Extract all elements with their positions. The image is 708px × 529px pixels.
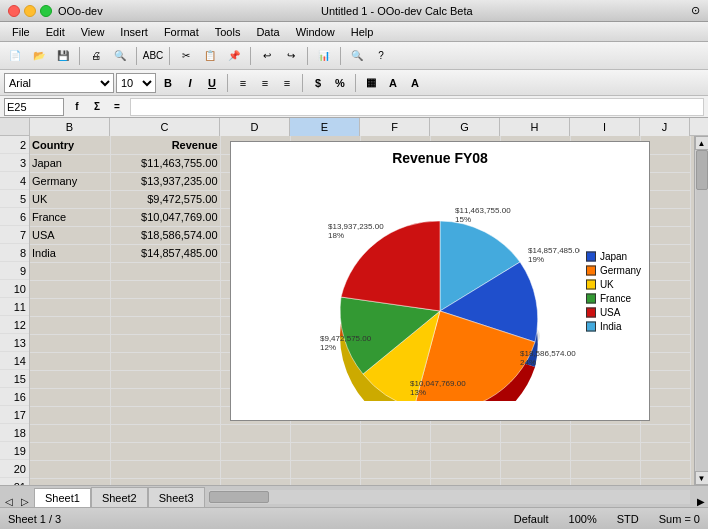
menu-file[interactable]: File bbox=[4, 24, 38, 40]
cell-c4[interactable]: $13,937,235.00 bbox=[110, 172, 220, 190]
col-header-e[interactable]: E bbox=[290, 118, 360, 136]
copy-button[interactable]: 📋 bbox=[199, 45, 221, 67]
col-header-c[interactable]: C bbox=[110, 118, 220, 136]
scroll-up-arrow[interactable]: ▲ bbox=[695, 136, 709, 150]
scroll-right-arrow[interactable]: ▶ bbox=[694, 496, 708, 507]
row-num-15[interactable]: 15 bbox=[0, 370, 29, 388]
preview-button[interactable]: 🔍 bbox=[109, 45, 131, 67]
vertical-scrollbar[interactable]: ▲ ▼ bbox=[694, 136, 708, 485]
formula-input[interactable] bbox=[130, 98, 704, 116]
new-button[interactable]: 📄 bbox=[4, 45, 26, 67]
row-num-20[interactable]: 20 bbox=[0, 460, 29, 478]
align-center-button[interactable]: ≡ bbox=[255, 73, 275, 93]
row-num-19[interactable]: 19 bbox=[0, 442, 29, 460]
cell-c8[interactable]: $14,857,485.00 bbox=[110, 244, 220, 262]
underline-button[interactable]: U bbox=[202, 73, 222, 93]
horizontal-scrollbar[interactable] bbox=[209, 490, 690, 504]
menu-help[interactable]: Help bbox=[343, 24, 382, 40]
spreadsheet-grid[interactable]: Revenue FY08 bbox=[30, 136, 694, 485]
scroll-sheets-left[interactable]: ◁ bbox=[2, 496, 16, 507]
row-num-17[interactable]: 17 bbox=[0, 406, 29, 424]
scroll-track[interactable] bbox=[696, 150, 708, 471]
row-num-5[interactable]: 5 bbox=[0, 190, 29, 208]
cell-c6[interactable]: $10,047,769.00 bbox=[110, 208, 220, 226]
close-button[interactable] bbox=[8, 5, 20, 17]
row-num-21[interactable]: 21 bbox=[0, 478, 29, 485]
row-num-3[interactable]: 3 bbox=[0, 154, 29, 172]
menu-tools[interactable]: Tools bbox=[207, 24, 249, 40]
chart-container[interactable]: Revenue FY08 bbox=[230, 141, 650, 421]
menu-edit[interactable]: Edit bbox=[38, 24, 73, 40]
redo-button[interactable]: ↪ bbox=[280, 45, 302, 67]
open-button[interactable]: 📂 bbox=[28, 45, 50, 67]
help-button[interactable]: ? bbox=[370, 45, 392, 67]
table-row[interactable] bbox=[30, 442, 690, 460]
row-num-13[interactable]: 13 bbox=[0, 334, 29, 352]
row-num-18[interactable]: 18 bbox=[0, 424, 29, 442]
table-row[interactable] bbox=[30, 478, 690, 485]
row-num-6[interactable]: 6 bbox=[0, 208, 29, 226]
bg-color-button[interactable]: A bbox=[383, 73, 403, 93]
col-header-g[interactable]: G bbox=[430, 118, 500, 136]
align-left-button[interactable]: ≡ bbox=[233, 73, 253, 93]
sheet-tab-1[interactable]: Sheet1 bbox=[34, 488, 91, 508]
equals-icon[interactable]: = bbox=[108, 98, 126, 116]
row-num-16[interactable]: 16 bbox=[0, 388, 29, 406]
cut-button[interactable]: ✂ bbox=[175, 45, 197, 67]
zoom-button[interactable]: 🔍 bbox=[346, 45, 368, 67]
menu-insert[interactable]: Insert bbox=[112, 24, 156, 40]
cell-b6[interactable]: France bbox=[30, 208, 110, 226]
menu-view[interactable]: View bbox=[73, 24, 113, 40]
col-header-d[interactable]: D bbox=[220, 118, 290, 136]
cell-c2[interactable]: Revenue bbox=[110, 136, 220, 154]
cell-b4[interactable]: Germany bbox=[30, 172, 110, 190]
scroll-down-arrow[interactable]: ▼ bbox=[695, 471, 709, 485]
sheet-tab-3[interactable]: Sheet3 bbox=[148, 487, 205, 507]
col-header-h[interactable]: H bbox=[500, 118, 570, 136]
align-right-button[interactable]: ≡ bbox=[277, 73, 297, 93]
spellcheck-button[interactable]: ABC bbox=[142, 45, 164, 67]
col-header-b[interactable]: B bbox=[30, 118, 110, 136]
cell-c7[interactable]: $18,586,574.00 bbox=[110, 226, 220, 244]
row-num-8[interactable]: 8 bbox=[0, 244, 29, 262]
h-scroll-thumb[interactable] bbox=[209, 491, 269, 503]
undo-button[interactable]: ↩ bbox=[256, 45, 278, 67]
cell-reference-input[interactable] bbox=[4, 98, 64, 116]
window-controls[interactable] bbox=[8, 5, 52, 17]
cell-b8[interactable]: India bbox=[30, 244, 110, 262]
row-num-7[interactable]: 7 bbox=[0, 226, 29, 244]
row-num-14[interactable]: 14 bbox=[0, 352, 29, 370]
formula-wizard-icon[interactable]: f bbox=[68, 98, 86, 116]
paste-button[interactable]: 📌 bbox=[223, 45, 245, 67]
font-color-button[interactable]: A bbox=[405, 73, 425, 93]
sum-icon[interactable]: Σ bbox=[88, 98, 106, 116]
table-row[interactable] bbox=[30, 424, 690, 442]
chart-button[interactable]: 📊 bbox=[313, 45, 335, 67]
maximize-button[interactable] bbox=[40, 5, 52, 17]
currency-button[interactable]: $ bbox=[308, 73, 328, 93]
font-size-selector[interactable]: 10 bbox=[116, 73, 156, 93]
row-num-9[interactable]: 9 bbox=[0, 262, 29, 280]
sheet-tab-2[interactable]: Sheet2 bbox=[91, 487, 148, 507]
row-num-12[interactable]: 12 bbox=[0, 316, 29, 334]
row-num-10[interactable]: 10 bbox=[0, 280, 29, 298]
scroll-sheets-right[interactable]: ▷ bbox=[18, 496, 32, 507]
row-num-4[interactable]: 4 bbox=[0, 172, 29, 190]
font-selector[interactable]: Arial bbox=[4, 73, 114, 93]
cell-b7[interactable]: USA bbox=[30, 226, 110, 244]
menu-format[interactable]: Format bbox=[156, 24, 207, 40]
cell-b5[interactable]: UK bbox=[30, 190, 110, 208]
cell-b3[interactable]: Japan bbox=[30, 154, 110, 172]
menu-data[interactable]: Data bbox=[248, 24, 287, 40]
italic-button[interactable]: I bbox=[180, 73, 200, 93]
border-button[interactable]: ▦ bbox=[361, 73, 381, 93]
col-header-j[interactable]: J bbox=[640, 118, 690, 136]
save-button[interactable]: 💾 bbox=[52, 45, 74, 67]
col-header-f[interactable]: F bbox=[360, 118, 430, 136]
row-num-11[interactable]: 11 bbox=[0, 298, 29, 316]
bold-button[interactable]: B bbox=[158, 73, 178, 93]
percent-button[interactable]: % bbox=[330, 73, 350, 93]
print-button[interactable]: 🖨 bbox=[85, 45, 107, 67]
table-row[interactable] bbox=[30, 460, 690, 478]
menu-window[interactable]: Window bbox=[288, 24, 343, 40]
